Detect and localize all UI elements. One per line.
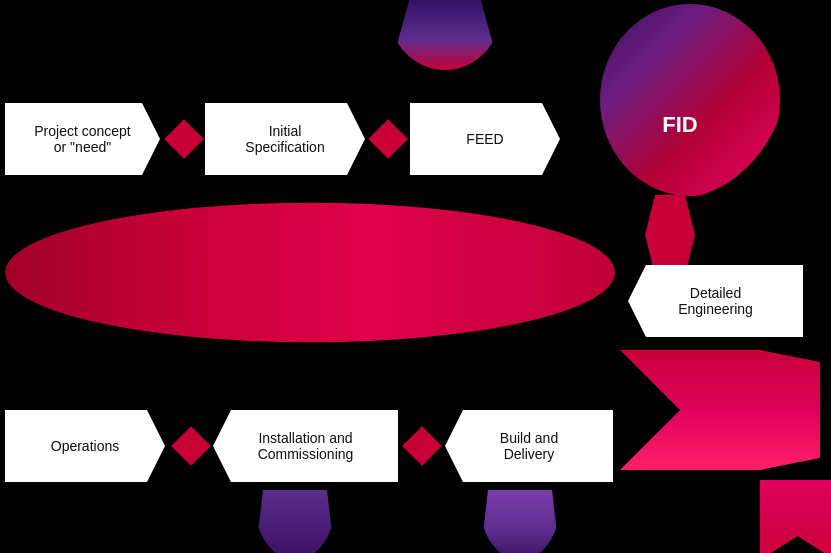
project-concept-box: Project concept or "need" xyxy=(5,103,160,175)
build-delivery-box: Build and Delivery xyxy=(445,410,613,482)
top-blob-purple xyxy=(390,0,500,70)
bottom-blob-red xyxy=(760,480,831,553)
feed-label: FEED xyxy=(466,131,503,147)
install-commission-label: Installation and Commissioning xyxy=(258,430,354,462)
feed-box: FEED xyxy=(410,103,560,175)
fid-label: FID xyxy=(662,112,697,138)
build-delivery-label: Build and Delivery xyxy=(500,430,558,462)
fid-label-container: FID xyxy=(630,100,730,150)
diamond-3 xyxy=(171,426,211,466)
diamond-1 xyxy=(164,119,204,159)
diamond-2 xyxy=(368,119,408,159)
bottom-blob-purple-right xyxy=(480,490,560,553)
lens-shape xyxy=(5,195,615,350)
diamond-4 xyxy=(402,426,442,466)
detailed-engineering-label: Detailed Engineering xyxy=(678,285,753,317)
project-concept-label: Project concept or "need" xyxy=(34,123,131,155)
diagram-container: Project concept or "need" Initial Specif… xyxy=(0,0,831,553)
fid-to-detailed-arrow xyxy=(645,195,695,275)
right-chevron xyxy=(620,350,820,470)
operations-box: Operations xyxy=(5,410,165,482)
detailed-engineering-box: Detailed Engineering xyxy=(628,265,803,337)
initial-spec-label: Initial Specification xyxy=(245,123,324,155)
initial-spec-box: Initial Specification xyxy=(205,103,365,175)
install-commission-box: Installation and Commissioning xyxy=(213,410,398,482)
bottom-blob-purple-left xyxy=(255,490,335,553)
operations-label: Operations xyxy=(51,438,119,454)
